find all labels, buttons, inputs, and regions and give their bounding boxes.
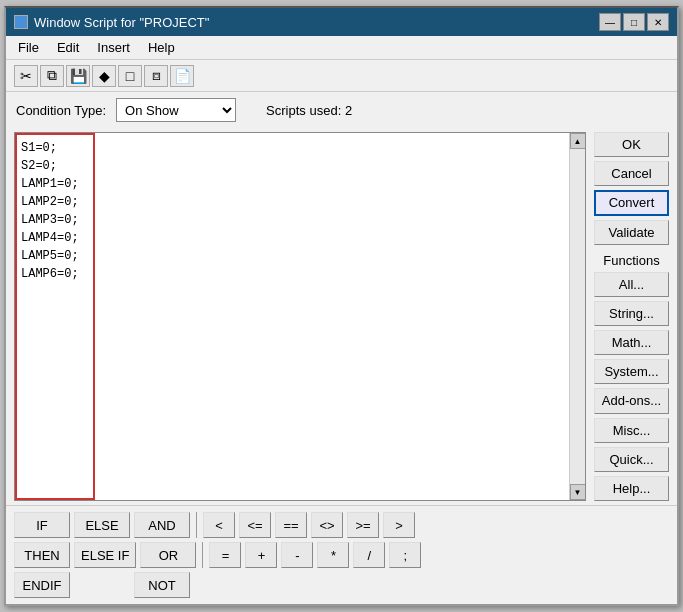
title-bar-left: Window Script for "PROJECT" — [14, 15, 209, 30]
maximize-button[interactable]: □ — [623, 13, 645, 31]
button-row-2: THEN ELSE IF OR = + - * / ; — [14, 542, 669, 568]
title-bar: Window Script for "PROJECT" — □ ✕ — [6, 8, 677, 36]
divider-1 — [196, 512, 197, 538]
not-button[interactable]: NOT — [134, 572, 190, 598]
scrollbar[interactable]: ▲ ▼ — [569, 133, 585, 500]
box-button[interactable]: □ — [118, 65, 142, 87]
title-buttons: — □ ✕ — [599, 13, 669, 31]
misc-button[interactable]: Misc... — [594, 418, 669, 443]
semi-button[interactable]: ; — [389, 542, 421, 568]
else-button[interactable]: ELSE — [74, 512, 130, 538]
cancel-button[interactable]: Cancel — [594, 161, 669, 186]
and-button[interactable]: AND — [134, 512, 190, 538]
diamond-button[interactable]: ◆ — [92, 65, 116, 87]
condition-type-label: Condition Type: — [16, 103, 106, 118]
condition-bar: Condition Type: On Show On Close On Load… — [6, 92, 677, 128]
script-highlighted-code[interactable]: S1=0; S2=0; LAMP1=0; LAMP2=0; LAMP3=0; L… — [15, 133, 95, 500]
main-area: S1=0; S2=0; LAMP1=0; LAMP2=0; LAMP3=0; L… — [6, 128, 677, 505]
scripts-used-label: Scripts used: 2 — [266, 103, 352, 118]
assign-button[interactable]: = — [209, 542, 241, 568]
menu-insert[interactable]: Insert — [89, 38, 138, 57]
toolbar: ✂ ⧉ 💾 ◆ □ ⧈ 📄 — [6, 60, 677, 92]
minimize-button[interactable]: — — [599, 13, 621, 31]
all-button[interactable]: All... — [594, 272, 669, 297]
then-button[interactable]: THEN — [14, 542, 70, 568]
lte-button[interactable]: <= — [239, 512, 271, 538]
neq-button[interactable]: <> — [311, 512, 343, 538]
addons-button[interactable]: Add-ons... — [594, 388, 669, 413]
window-title: Window Script for "PROJECT" — [34, 15, 209, 30]
layers-button[interactable]: ⧈ — [144, 65, 168, 87]
button-row-3: ENDIF NOT — [14, 572, 669, 598]
system-button[interactable]: System... — [594, 359, 669, 384]
script-panel: S1=0; S2=0; LAMP1=0; LAMP2=0; LAMP3=0; L… — [14, 132, 586, 501]
math-button[interactable]: Math... — [594, 330, 669, 355]
or-button[interactable]: OR — [140, 542, 196, 568]
cut-button[interactable]: ✂ — [14, 65, 38, 87]
menu-help[interactable]: Help — [140, 38, 183, 57]
main-window: Window Script for "PROJECT" — □ ✕ File E… — [4, 6, 679, 606]
script-empty-area[interactable] — [95, 133, 569, 500]
minus-button[interactable]: - — [281, 542, 313, 568]
convert-button[interactable]: Convert — [594, 190, 669, 215]
button-row-1: IF ELSE AND < <= == <> >= > — [14, 512, 669, 538]
divider-2 — [202, 542, 203, 568]
mult-button[interactable]: * — [317, 542, 349, 568]
menu-bar: File Edit Insert Help — [6, 36, 677, 60]
if-button[interactable]: IF — [14, 512, 70, 538]
elseif-button[interactable]: ELSE IF — [74, 542, 136, 568]
gte-button[interactable]: >= — [347, 512, 379, 538]
endif-button[interactable]: ENDIF — [14, 572, 70, 598]
right-panel: OK Cancel Convert Validate Functions All… — [594, 132, 669, 501]
gt-button[interactable]: > — [383, 512, 415, 538]
scroll-up-button[interactable]: ▲ — [570, 133, 586, 149]
scroll-track[interactable] — [570, 149, 585, 484]
scroll-down-button[interactable]: ▼ — [570, 484, 586, 500]
menu-file[interactable]: File — [10, 38, 47, 57]
functions-label: Functions — [594, 253, 669, 268]
div-button[interactable]: / — [353, 542, 385, 568]
help-button[interactable]: Help... — [594, 476, 669, 501]
ok-button[interactable]: OK — [594, 132, 669, 157]
eq-button[interactable]: == — [275, 512, 307, 538]
lt-button[interactable]: < — [203, 512, 235, 538]
close-button[interactable]: ✕ — [647, 13, 669, 31]
save-button[interactable]: 💾 — [66, 65, 90, 87]
validate-button[interactable]: Validate — [594, 220, 669, 245]
string-button[interactable]: String... — [594, 301, 669, 326]
script-content: S1=0; S2=0; LAMP1=0; LAMP2=0; LAMP3=0; L… — [15, 133, 585, 500]
plus-button[interactable]: + — [245, 542, 277, 568]
copy-button[interactable]: ⧉ — [40, 65, 64, 87]
bottom-buttons: IF ELSE AND < <= == <> >= > THEN ELSE IF… — [6, 505, 677, 604]
condition-type-select[interactable]: On Show On Close On Load — [116, 98, 236, 122]
quick-button[interactable]: Quick... — [594, 447, 669, 472]
window-icon — [14, 15, 28, 29]
menu-edit[interactable]: Edit — [49, 38, 87, 57]
doc-button[interactable]: 📄 — [170, 65, 194, 87]
